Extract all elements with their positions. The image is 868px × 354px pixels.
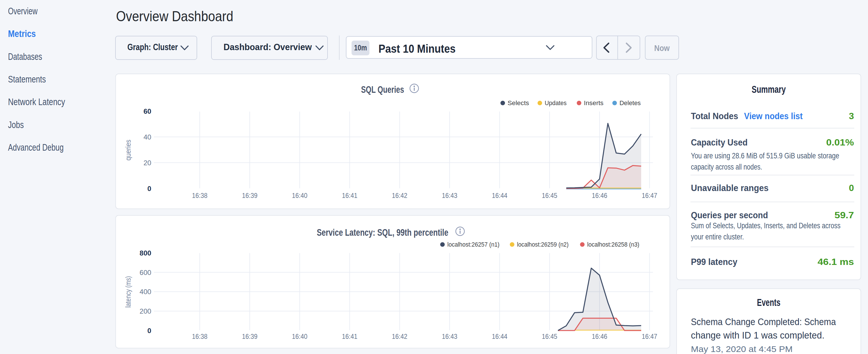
svg-text:Graph: Cluster: Graph: Cluster: [127, 42, 178, 52]
svg-text:latency (ms): latency (ms): [124, 276, 132, 308]
svg-text:Deletes: Deletes: [620, 100, 641, 106]
svg-text:Capacity Used: Capacity Used: [691, 137, 748, 148]
svg-text:16:43: 16:43: [442, 333, 457, 340]
svg-text:Metrics: Metrics: [8, 28, 36, 39]
svg-text:Jobs: Jobs: [8, 119, 24, 130]
svg-text:Schema Change Completed: Schem: Schema Change Completed: Schema: [691, 317, 836, 327]
svg-text:16:44: 16:44: [492, 192, 507, 199]
svg-text:16:38: 16:38: [192, 192, 208, 199]
svg-text:16:45: 16:45: [542, 192, 557, 199]
svg-text:Updates: Updates: [545, 100, 566, 106]
svg-text:Overview: Overview: [8, 5, 37, 16]
svg-text:localhost:26259 (n2): localhost:26259 (n2): [517, 241, 568, 248]
svg-text:Dashboard: Overview: Dashboard: Overview: [223, 42, 312, 52]
svg-text:Databases: Databases: [8, 51, 42, 62]
svg-text:16:43: 16:43: [442, 192, 457, 199]
svg-text:SQL Queries: SQL Queries: [361, 84, 404, 95]
svg-text:800: 800: [140, 249, 151, 257]
svg-text:16:42: 16:42: [392, 192, 407, 199]
svg-text:16:41: 16:41: [342, 333, 358, 340]
svg-text:You are using 28.6 MiB of 515.: You are using 28.6 MiB of 515.9 GiB usab…: [691, 151, 839, 160]
svg-text:Unavailable ranges: Unavailable ranges: [691, 183, 769, 193]
svg-text:20: 20: [144, 159, 151, 167]
svg-text:16:44: 16:44: [492, 333, 507, 340]
svg-text:16:45: 16:45: [542, 333, 557, 340]
svg-text:46.1 ms: 46.1 ms: [817, 257, 854, 267]
svg-text:Network Latency: Network Latency: [8, 96, 65, 107]
svg-text:Now: Now: [654, 43, 670, 53]
svg-text:16:47: 16:47: [642, 333, 657, 340]
svg-text:400: 400: [140, 288, 151, 296]
svg-text:16:46: 16:46: [592, 333, 607, 340]
svg-text:16:42: 16:42: [392, 333, 407, 340]
svg-text:59.7: 59.7: [834, 210, 854, 220]
svg-text:Service Latency: SQL, 99th per: Service Latency: SQL, 99th percentile: [317, 227, 448, 238]
svg-text:Past 10 Minutes: Past 10 Minutes: [378, 42, 456, 55]
svg-text:Total Nodes: Total Nodes: [691, 111, 738, 121]
svg-text:Overview Dashboard: Overview Dashboard: [116, 8, 233, 24]
svg-text:3: 3: [849, 111, 854, 121]
svg-text:Queries per second: Queries per second: [691, 210, 768, 220]
svg-text:0: 0: [147, 327, 151, 334]
svg-text:60: 60: [144, 107, 151, 115]
svg-text:40: 40: [144, 133, 151, 141]
svg-text:600: 600: [140, 269, 151, 277]
svg-text:capacity across all nodes.: capacity across all nodes.: [691, 162, 762, 171]
svg-text:16:46: 16:46: [592, 192, 607, 199]
svg-text:0: 0: [849, 183, 854, 193]
svg-text:View nodes list: View nodes list: [744, 111, 803, 121]
svg-text:16:47: 16:47: [642, 192, 657, 199]
svg-text:16:39: 16:39: [242, 192, 257, 199]
svg-text:16:39: 16:39: [242, 333, 257, 340]
svg-text:May 13, 2020 at 4:45 PM: May 13, 2020 at 4:45 PM: [691, 344, 793, 354]
svg-text:Selects: Selects: [507, 100, 529, 106]
svg-text:16:41: 16:41: [342, 192, 358, 199]
svg-text:your entire cluster.: your entire cluster.: [691, 232, 744, 241]
svg-text:Advanced Debug: Advanced Debug: [8, 142, 64, 153]
svg-text:Inserts: Inserts: [584, 100, 603, 106]
svg-text:16:40: 16:40: [292, 333, 308, 340]
svg-text:0.01%: 0.01%: [826, 137, 854, 148]
svg-text:P99 latency: P99 latency: [691, 257, 737, 267]
svg-text:Statements: Statements: [8, 74, 46, 85]
svg-text:change with ID 1 was completed: change with ID 1 was completed.: [691, 330, 825, 341]
svg-text:localhost:26257 (n1): localhost:26257 (n1): [447, 241, 499, 248]
svg-text:queries: queries: [124, 140, 132, 161]
svg-text:Summary: Summary: [752, 84, 786, 95]
svg-text:0: 0: [147, 185, 151, 192]
svg-text:200: 200: [140, 307, 151, 315]
svg-text:localhost:26258 (n3): localhost:26258 (n3): [587, 241, 639, 248]
svg-text:16:38: 16:38: [192, 333, 208, 340]
svg-text:16:40: 16:40: [292, 192, 308, 199]
svg-text:Events: Events: [757, 297, 781, 308]
svg-text:10m: 10m: [354, 43, 367, 52]
svg-text:Sum of Selects, Updates, Inser: Sum of Selects, Updates, Inserts, and De…: [691, 221, 840, 230]
